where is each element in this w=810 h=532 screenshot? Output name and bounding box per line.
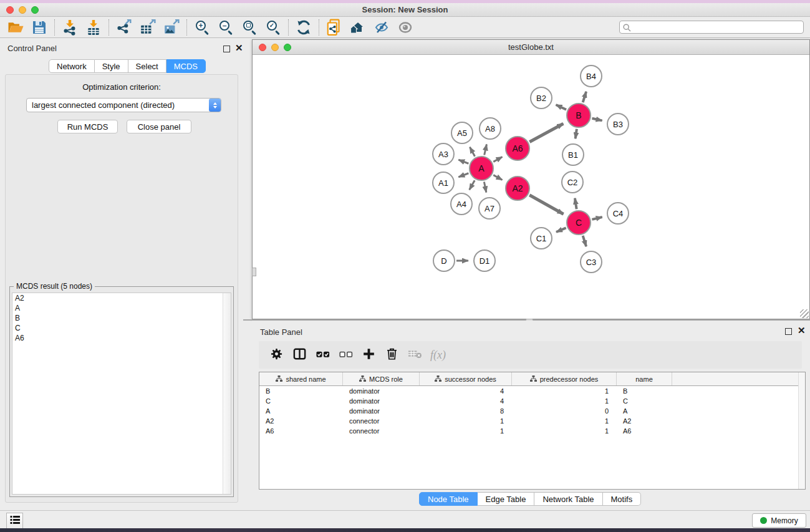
close-panel-icon[interactable]: ✕	[235, 43, 243, 52]
graph-edge-A2-C[interactable]	[529, 195, 563, 215]
table-row[interactable]: Cdominator41C	[259, 396, 805, 406]
float-panel-icon[interactable]	[785, 328, 792, 335]
tab-node-table[interactable]: Node Table	[419, 492, 478, 506]
zoom-selected-button[interactable]: ✓	[261, 18, 285, 37]
graph-node-B1[interactable]: B1	[562, 143, 584, 166]
table-row[interactable]: Bdominator41B	[259, 386, 805, 396]
network-window-titlebar[interactable]: testGlobe.txt	[253, 40, 809, 55]
column-header-MCDS-role[interactable]: MCDS role	[343, 372, 420, 385]
graph-edge-A-A8[interactable]	[485, 144, 487, 155]
graph-node-A[interactable]: A	[469, 156, 494, 181]
search-input[interactable]	[619, 21, 804, 34]
graph-edge-B-B1[interactable]	[576, 129, 577, 138]
refresh-layout-button[interactable]	[292, 18, 316, 37]
hide-graphics-details-button[interactable]	[370, 18, 393, 37]
mcds-result-item[interactable]: A	[12, 303, 231, 313]
graph-node-D1[interactable]: D1	[473, 249, 496, 272]
graph-edge-A-A2[interactable]	[493, 175, 502, 180]
graph-node-A7[interactable]: A7	[478, 197, 501, 220]
mcds-result-item[interactable]: A6	[12, 333, 231, 343]
tab-edge-table[interactable]: Edge Table	[478, 492, 535, 506]
graph-edge-A-A4[interactable]	[470, 180, 475, 190]
table-options-button[interactable]	[265, 344, 288, 366]
graph-node-A1[interactable]: A1	[432, 172, 455, 194]
scrollbar-track[interactable]	[223, 293, 231, 494]
graph-edge-C-C4[interactable]	[592, 217, 602, 220]
delete-table-button[interactable]	[403, 344, 427, 366]
graph-node-C1[interactable]: C1	[530, 227, 552, 249]
graph-node-C3[interactable]: C3	[580, 251, 602, 273]
graph-node-A4[interactable]: A4	[450, 193, 473, 215]
graph-node-C[interactable]: C	[566, 210, 591, 235]
graph-node-B[interactable]: B	[566, 103, 591, 128]
column-header-predecessor-nodes[interactable]: predecessor nodes	[512, 372, 617, 385]
open-session-button[interactable]	[4, 18, 27, 37]
graph-node-A3[interactable]: A3	[432, 143, 455, 165]
graph-node-C4[interactable]: C4	[607, 202, 629, 225]
mcds-result-item[interactable]: A2	[12, 293, 231, 303]
tab-style[interactable]: Style	[95, 59, 128, 73]
splitter-handle[interactable]	[252, 268, 256, 276]
function-builder-button[interactable]: f(x)	[430, 349, 446, 362]
graph-edge-B-B2[interactable]	[556, 105, 567, 110]
graph-node-A8[interactable]: A8	[479, 117, 501, 140]
criterion-dropdown[interactable]: largest connected component (directed)	[26, 98, 221, 112]
tab-motifs[interactable]: Motifs	[603, 492, 642, 506]
network-canvas[interactable]: AA1A2A3A4A5A6A7A8BB1B2B3B4CC1C2C3C4DD1	[253, 56, 809, 319]
graph-node-B4[interactable]: B4	[580, 65, 602, 87]
deselect-all-button[interactable]	[334, 344, 357, 366]
select-all-button[interactable]	[311, 344, 334, 366]
graph-edge-A-A5[interactable]	[470, 147, 475, 157]
graph-edge-C-C3[interactable]	[583, 236, 586, 246]
export-network-button[interactable]	[112, 18, 136, 37]
close-panel-icon[interactable]: ✕	[798, 326, 806, 335]
graph-node-B3[interactable]: B3	[607, 113, 629, 135]
graph-node-A6[interactable]: A6	[505, 136, 530, 161]
mcds-result-item[interactable]: C	[12, 323, 231, 333]
tab-network[interactable]: Network	[49, 59, 95, 73]
graph-edge-A-A3[interactable]	[458, 160, 468, 163]
graph-node-C2[interactable]: C2	[561, 171, 584, 193]
network-from-file-button[interactable]	[322, 18, 346, 37]
table-row[interactable]: A6connector11A6	[259, 426, 805, 436]
graph-edge-A-A7[interactable]	[484, 182, 486, 193]
show-graphics-details-button[interactable]	[393, 18, 417, 37]
export-table-button[interactable]	[136, 18, 160, 37]
graph-edge-B-B4[interactable]	[583, 92, 586, 102]
add-column-button[interactable]	[357, 344, 380, 366]
table-row[interactable]: Adominator80A	[259, 406, 805, 416]
home-button[interactable]	[346, 18, 370, 37]
delete-columns-button[interactable]	[380, 344, 403, 366]
graph-edge-A6-B[interactable]	[529, 123, 563, 142]
tab-mcds[interactable]: MCDS	[166, 59, 206, 73]
zoom-out-button[interactable]: –	[214, 18, 238, 37]
zoom-fit-button[interactable]	[238, 18, 261, 37]
tab-select[interactable]: Select	[128, 59, 166, 73]
import-network-button[interactable]	[58, 18, 82, 37]
table-row[interactable]: A2connector11A2	[259, 416, 805, 426]
node-table[interactable]: shared nameMCDS rolesuccessor nodesprede…	[259, 372, 806, 490]
graph-edge-A-A1[interactable]	[458, 173, 468, 177]
column-header-shared-name[interactable]: shared name	[259, 372, 343, 385]
column-header-successor-nodes[interactable]: successor nodes	[420, 372, 512, 385]
task-history-button[interactable]	[6, 513, 23, 530]
graph-edge-C-C1[interactable]	[556, 228, 566, 232]
graph-edge-A-A6[interactable]	[493, 157, 502, 162]
float-panel-icon[interactable]	[223, 46, 230, 52]
close-panel-button[interactable]: Close panel	[127, 120, 191, 133]
scrollbar-track[interactable]	[798, 372, 805, 489]
import-table-button[interactable]	[82, 18, 105, 37]
zoom-in-button[interactable]: +	[190, 18, 214, 37]
graph-node-B2[interactable]: B2	[530, 87, 552, 109]
column-header-name[interactable]: name	[617, 372, 672, 385]
graph-node-A2[interactable]: A2	[505, 176, 530, 201]
memory-button[interactable]: Memory	[752, 513, 806, 528]
graph-node-D[interactable]: D	[433, 249, 455, 272]
split-columns-button[interactable]	[288, 344, 311, 366]
window-resize-grip[interactable]	[800, 309, 809, 318]
save-session-button[interactable]	[27, 18, 51, 37]
mcds-result-item[interactable]: B	[12, 313, 231, 323]
run-mcds-button[interactable]: Run MCDS	[57, 120, 118, 133]
export-image-button[interactable]	[160, 18, 183, 37]
graph-edge-B-B3[interactable]	[592, 118, 602, 121]
